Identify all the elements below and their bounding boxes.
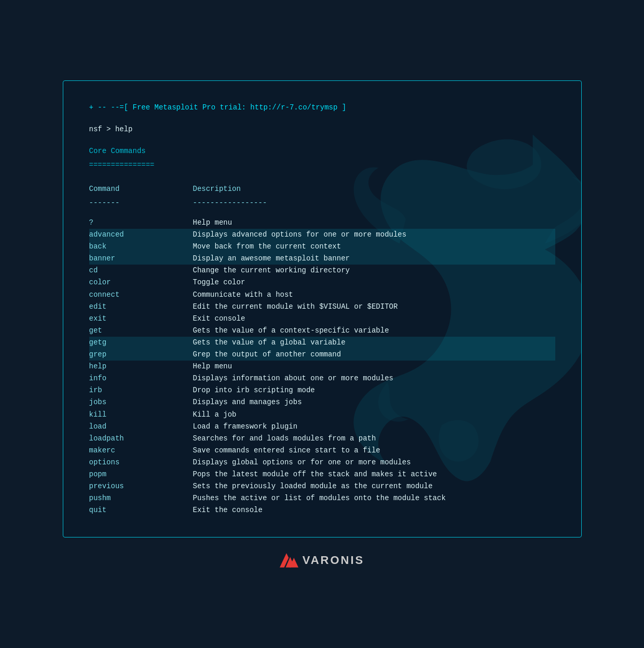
table-row: pushmPushes the active or list of module… bbox=[89, 492, 555, 504]
desc-cell: Help menu bbox=[193, 217, 555, 229]
terminal-content: + -- --=[ Free Metasploit Pro trial: htt… bbox=[89, 102, 555, 517]
desc-cell: Change the current working directory bbox=[193, 265, 555, 277]
commands-list: ?Help menuadvancedDisplays advanced opti… bbox=[89, 217, 555, 516]
desc-cell: Save commands entered since start to a f… bbox=[193, 445, 555, 457]
desc-cell: Edit the current module with $VISUAL or … bbox=[193, 301, 555, 313]
table-row: bannerDisplay an awesome metasploit bann… bbox=[89, 253, 555, 265]
table-row: killKill a job bbox=[89, 409, 555, 421]
cmd-cell: kill bbox=[89, 409, 193, 421]
cmd-cell: quit bbox=[89, 504, 193, 516]
promo-line: + -- --=[ Free Metasploit Pro trial: htt… bbox=[89, 102, 555, 113]
table-row: advancedDisplays advanced options for on… bbox=[89, 229, 555, 241]
table-row: grepGrep the output of another command bbox=[89, 349, 555, 361]
cmd-cell: getg bbox=[89, 337, 193, 349]
cmd-cell: grep bbox=[89, 349, 193, 361]
table-row: ?Help menu bbox=[89, 217, 555, 229]
desc-cell: Gets the value of a context-specific var… bbox=[193, 325, 555, 337]
cmd-cell: jobs bbox=[89, 396, 193, 408]
table-row: loadLoad a frameswork plugin bbox=[89, 421, 555, 433]
cmd-cell: exit bbox=[89, 313, 193, 325]
table-row: connectCommunicate with a host bbox=[89, 289, 555, 301]
table-row: previousSets the previously loaded modul… bbox=[89, 480, 555, 492]
cmd-cell: get bbox=[89, 325, 193, 337]
table-row: colorToggle color bbox=[89, 277, 555, 288]
varonis-icon bbox=[280, 553, 298, 568]
cmd-cell: irb bbox=[89, 384, 193, 396]
header-description: Description bbox=[193, 183, 555, 195]
cmd-cell: loadpath bbox=[89, 433, 193, 445]
terminal-window: + -- --=[ Free Metasploit Pro trial: htt… bbox=[63, 80, 582, 538]
desc-cell: Drop into irb scripting mode bbox=[193, 384, 555, 396]
table-row: getGets the value of a context-specific … bbox=[89, 325, 555, 337]
cmd-cell: previous bbox=[89, 480, 193, 492]
header-command: Command bbox=[89, 183, 193, 195]
cmd-cell: banner bbox=[89, 253, 193, 265]
table-row: helpHelp menu bbox=[89, 361, 555, 373]
cmd-cell: edit bbox=[89, 301, 193, 313]
cmd-cell: connect bbox=[89, 289, 193, 301]
desc-cell: Gets the value of a global variable bbox=[193, 337, 555, 349]
table-row: loadpathSearches for and loads modules f… bbox=[89, 433, 555, 445]
table-row: backMove back from the current context bbox=[89, 241, 555, 253]
table-row: editEdit the current module with $VISUAL… bbox=[89, 301, 555, 313]
varonis-text: VARONIS bbox=[303, 554, 365, 567]
section-underline: =============== bbox=[89, 159, 555, 171]
table-row: cdChange the current working directory bbox=[89, 265, 555, 277]
desc-cell: Exit console bbox=[193, 313, 555, 325]
table-row: popmPops the latest module off the stack… bbox=[89, 468, 555, 480]
table-row: getgGets the value of a global variable bbox=[89, 337, 555, 349]
table-header: Command Description bbox=[89, 183, 555, 195]
cmd-cell: popm bbox=[89, 468, 193, 480]
desc-cell: Communicate with a host bbox=[193, 289, 555, 301]
desc-cell: Pops the latest module off the stack and… bbox=[193, 468, 555, 480]
cmd-cell: color bbox=[89, 277, 193, 288]
desc-cell: Toggle color bbox=[193, 277, 555, 288]
cmd-cell: cd bbox=[89, 265, 193, 277]
desc-cell: Displays global options or for one or mo… bbox=[193, 457, 555, 468]
table-divider: ------- ----------------- bbox=[89, 197, 555, 209]
cmd-cell: pushm bbox=[89, 492, 193, 504]
cmd-cell: info bbox=[89, 373, 193, 384]
desc-cell: Displays advanced options for one or mor… bbox=[193, 229, 555, 241]
desc-cell: Load a frameswork plugin bbox=[193, 421, 555, 433]
table-row: optionsDisplays global options or for on… bbox=[89, 457, 555, 468]
table-row: jobsDisplays and manages jobs bbox=[89, 396, 555, 408]
cmd-cell: makerc bbox=[89, 445, 193, 457]
prompt-line: nsf > help bbox=[89, 123, 555, 135]
divider-cmd: ------- bbox=[89, 197, 193, 209]
cmd-cell: options bbox=[89, 457, 193, 468]
desc-cell: Help menu bbox=[193, 361, 555, 373]
desc-cell: Sets the previously loaded module as the… bbox=[193, 480, 555, 492]
table-row: exitExit console bbox=[89, 313, 555, 325]
commands-table: Command Description ------- ------------… bbox=[89, 183, 555, 516]
cmd-cell: help bbox=[89, 361, 193, 373]
footer: VARONIS bbox=[280, 553, 365, 568]
table-row: quitExit the console bbox=[89, 504, 555, 516]
table-row: makercSave commands entered since start … bbox=[89, 445, 555, 457]
desc-cell: Kill a job bbox=[193, 409, 555, 421]
table-row: infoDisplays information about one or mo… bbox=[89, 373, 555, 384]
desc-cell: Grep the output of another command bbox=[193, 349, 555, 361]
cmd-cell: back bbox=[89, 241, 193, 253]
desc-cell: Displays information about one or more m… bbox=[193, 373, 555, 384]
table-row: irbDrop into irb scripting mode bbox=[89, 384, 555, 396]
desc-cell: Displays and manages jobs bbox=[193, 396, 555, 408]
desc-cell: Searches for and loads modules from a pa… bbox=[193, 433, 555, 445]
section-title: Core Commands bbox=[89, 145, 555, 157]
divider-desc: ----------------- bbox=[193, 197, 555, 209]
desc-cell: Display an awesome metasploit banner bbox=[193, 253, 555, 265]
cmd-cell: advanced bbox=[89, 229, 193, 241]
varonis-logo: VARONIS bbox=[280, 553, 365, 568]
desc-cell: Exit the console bbox=[193, 504, 555, 516]
desc-cell: Pushes the active or list of modules ont… bbox=[193, 492, 555, 504]
desc-cell: Move back from the current context bbox=[193, 241, 555, 253]
cmd-cell: load bbox=[89, 421, 193, 433]
cmd-cell: ? bbox=[89, 217, 193, 229]
